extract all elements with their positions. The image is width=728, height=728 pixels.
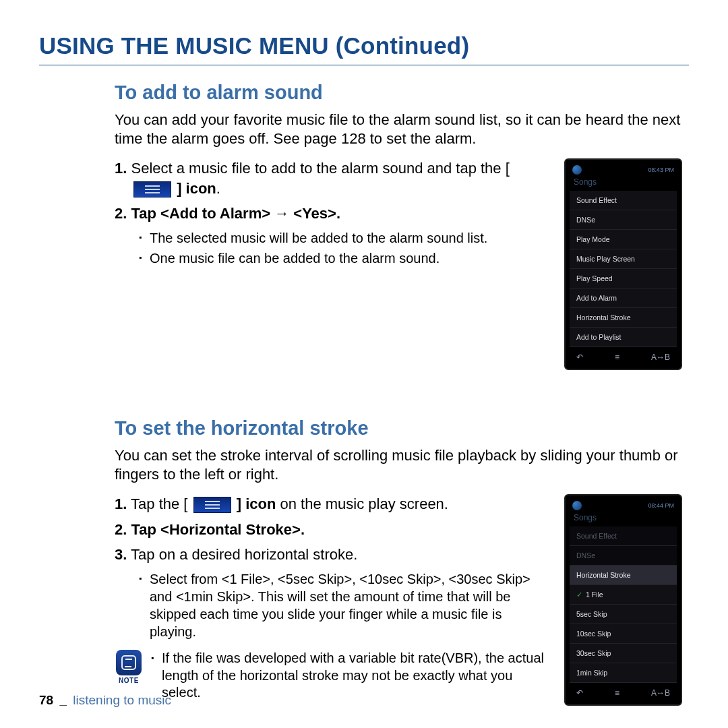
step-text: Tap the [	[131, 495, 187, 512]
step-num: 2.	[115, 521, 127, 538]
step-text-bold: Tap <Add to Alarm> → <Yes>.	[131, 205, 340, 222]
step-text: Tap on a desired horizontal stroke.	[131, 546, 357, 563]
menu-item[interactable]: Play Mode	[570, 230, 677, 249]
chapter-name: listening to music	[73, 693, 171, 707]
menu-item[interactable]: Sound Effect	[570, 191, 677, 210]
menu-item[interactable]: Play Speed	[570, 269, 677, 289]
option-item[interactable]: 1min Skip	[570, 663, 677, 683]
option-label: 1 File	[586, 590, 603, 599]
music-app-icon	[572, 501, 582, 510]
section-title-stroke: To set the horizontal stroke	[115, 417, 682, 439]
sub-bullet: Select from <1 File>, <5sec Skip>, <10se…	[139, 570, 551, 640]
option-item[interactable]: 5sec Skip	[570, 605, 677, 624]
menu-bottom-icon[interactable]: ≡	[615, 353, 619, 362]
step-2-alarm: 2. Tap <Add to Alarm> → <Yes>.	[115, 204, 551, 224]
step-num: 1.	[115, 495, 127, 512]
ab-repeat-icon[interactable]: A↔B	[651, 353, 670, 362]
check-icon: ✓	[576, 590, 582, 599]
intro-alarm: You can add your favorite music file to …	[115, 111, 682, 148]
menu-item-dimmed: DNSe	[570, 546, 677, 566]
menu-icon	[133, 181, 171, 198]
status-time: 08:43 PM	[648, 166, 674, 173]
device-screenshot-alarm-menu: 08:43 PM Songs Sound Effect DNSe Play Mo…	[564, 158, 682, 370]
footer-separator: _	[57, 693, 69, 707]
step-text: on the music play screen.	[276, 495, 448, 512]
menu-item[interactable]: Horizontal Stroke	[570, 308, 677, 328]
option-item[interactable]: ✓1 File	[570, 585, 677, 605]
menu-item-dimmed: Sound Effect	[570, 526, 677, 546]
menu-item[interactable]: DNSe	[570, 210, 677, 230]
note-icon	[116, 650, 142, 675]
back-icon[interactable]: ↶	[576, 353, 583, 362]
page-number: 78	[39, 693, 53, 707]
back-icon[interactable]: ↶	[576, 688, 583, 698]
step-3-stroke: 3. Tap on a desired horizontal stroke.	[115, 545, 551, 565]
intro-stroke: You can set the stroke interval of scrol…	[115, 446, 682, 483]
step-text: .	[216, 180, 220, 197]
panel-title: Horizontal Stroke	[570, 566, 677, 585]
phone-header: Songs	[570, 176, 677, 191]
menu-item[interactable]: Add to Alarm	[570, 289, 677, 308]
step-num: 2.	[115, 205, 127, 222]
status-time: 08:44 PM	[648, 502, 674, 509]
step-num: 1.	[115, 160, 127, 177]
step-1-alarm: 1. Select a music file to add to the ala…	[115, 158, 551, 198]
phone-header: Songs	[570, 512, 677, 526]
page-footer: 78 _ listening to music	[39, 693, 171, 708]
sub-bullet: One music file can be added to the alarm…	[139, 249, 551, 267]
section-title-alarm: To add to alarm sound	[115, 82, 682, 104]
step-text: Select a music file to add to the alarm …	[131, 160, 509, 177]
music-app-icon	[572, 165, 582, 175]
note-text: If the file was developed with a variabl…	[151, 650, 551, 702]
menu-bottom-icon[interactable]: ≡	[615, 688, 619, 698]
note-label: NOTE	[119, 677, 139, 684]
sub-bullet: The selected music will be added to the …	[139, 229, 551, 247]
step-1-stroke: 1. Tap the [ ] icon on the music play sc…	[115, 494, 551, 514]
step-num: 3.	[115, 546, 127, 563]
step-text-bold: ] icon	[177, 180, 216, 197]
page-title: USING THE MUSIC MENU (Continued)	[39, 32, 689, 65]
menu-item[interactable]: Music Play Screen	[570, 249, 677, 269]
menu-icon	[193, 497, 231, 513]
step-text-bold: ] icon	[237, 495, 276, 512]
device-screenshot-stroke-menu: 08:44 PM Songs Sound Effect DNSe Horizon…	[564, 494, 682, 706]
option-item[interactable]: 30sec Skip	[570, 644, 677, 663]
menu-item[interactable]: Add to Playlist	[570, 328, 677, 347]
option-item[interactable]: 10sec Skip	[570, 624, 677, 644]
step-2-stroke: 2. Tap <Horizontal Stroke>.	[115, 520, 551, 540]
ab-repeat-icon[interactable]: A↔B	[651, 688, 670, 698]
step-text-bold: Tap <Horizontal Stroke>.	[131, 521, 305, 538]
